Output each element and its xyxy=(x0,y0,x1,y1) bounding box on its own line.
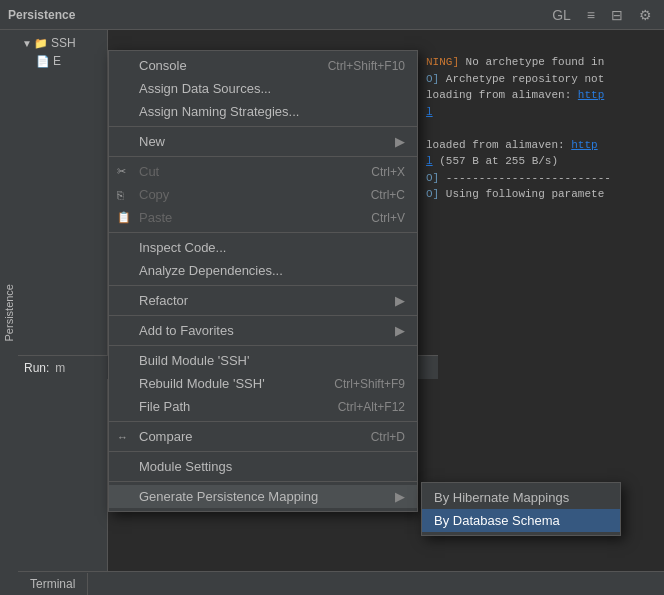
sep-5 xyxy=(109,315,417,316)
top-bar-icons: GL ≡ ⊟ ⚙ xyxy=(548,5,656,25)
sep-6 xyxy=(109,345,417,346)
from-label: from xyxy=(479,89,505,101)
console-line-5 xyxy=(426,120,658,137)
console-output: NING] No archetype found in O] Archetype… xyxy=(426,54,658,203)
menu-label-favorites: Add to Favorites xyxy=(139,323,387,338)
menu-item-paste: 📋 Paste Ctrl+V xyxy=(109,206,417,229)
gl-icon[interactable]: GL xyxy=(548,5,575,25)
menu-item-rebuild[interactable]: Rebuild Module 'SSH' Ctrl+Shift+F9 xyxy=(109,372,417,395)
menu-arrow-gen-persistence: ▶ xyxy=(395,489,405,504)
top-bar: Persistence GL ≡ ⊟ ⚙ xyxy=(0,0,664,30)
menu-item-console[interactable]: Console Ctrl+Shift+F10 xyxy=(109,54,417,77)
submenu-item-hibernate[interactable]: By Hibernate Mappings xyxy=(422,486,620,509)
sep-7 xyxy=(109,421,417,422)
link-4[interactable]: l xyxy=(426,155,433,167)
gen-persistence-submenu: By Hibernate Mappings By Database Schema xyxy=(421,482,621,536)
collapse-icon[interactable]: ⊟ xyxy=(607,5,627,25)
menu-label-paste: Paste xyxy=(139,210,351,225)
menu-label-copy: Copy xyxy=(139,187,351,202)
menu-item-gen-persistence[interactable]: Generate Persistence Mapping ▶ By Hibern… xyxy=(109,485,417,508)
paste-icon: 📋 xyxy=(117,211,131,224)
run-content: m xyxy=(55,361,65,375)
menu-shortcut-console: Ctrl+Shift+F10 xyxy=(328,59,405,73)
console-line-3: loading from alimaven: http xyxy=(426,87,658,104)
panel-title: Persistence xyxy=(8,8,75,22)
submenu-item-db-schema[interactable]: By Database Schema xyxy=(422,509,620,532)
sep-1 xyxy=(109,126,417,127)
link-3[interactable]: http xyxy=(571,139,597,151)
menu-shortcut-copy: Ctrl+C xyxy=(371,188,405,202)
menu-item-compare[interactable]: ↔ Compare Ctrl+D xyxy=(109,425,417,448)
menu-item-new[interactable]: New ▶ xyxy=(109,130,417,153)
console-line-7: l (557 B at 255 B/s) xyxy=(426,153,658,170)
link-1[interactable]: http xyxy=(578,89,604,101)
menu-item-copy: ⎘ Copy Ctrl+C xyxy=(109,183,417,206)
console-line-9: O] Using following paramete xyxy=(426,186,658,203)
menu-label-refactor: Refactor xyxy=(139,293,387,308)
console-line-1: NING] No archetype found in xyxy=(426,54,658,71)
menu-item-analyze[interactable]: Analyze Dependencies... xyxy=(109,259,417,282)
menu-shortcut-paste: Ctrl+V xyxy=(371,211,405,225)
menu-arrow-refactor: ▶ xyxy=(395,293,405,308)
file-icon-e: 📄 xyxy=(36,55,50,68)
menu-item-assign-data[interactable]: Assign Data Sources... xyxy=(109,77,417,100)
menu-label-build: Build Module 'SSH' xyxy=(139,353,405,368)
menu-label-inspect: Inspect Code... xyxy=(139,240,405,255)
menu-label-assign-data: Assign Data Sources... xyxy=(139,81,405,96)
menu-shortcut-filepath: Ctrl+Alt+F12 xyxy=(338,400,405,414)
link-2[interactable]: l xyxy=(426,106,433,118)
menu-shortcut-compare: Ctrl+D xyxy=(371,430,405,444)
console-line-6: loaded from alimaven: http xyxy=(426,137,658,154)
menu-item-assign-naming[interactable]: Assign Naming Strategies... xyxy=(109,100,417,123)
submenu-label-db-schema: By Database Schema xyxy=(434,513,560,528)
sep-9 xyxy=(109,481,417,482)
bottom-tabs: Terminal xyxy=(18,571,664,595)
menu-label-filepath: File Path xyxy=(139,399,318,414)
tab-terminal[interactable]: Terminal xyxy=(18,573,88,595)
tree-item-ssh[interactable]: ▼ 📁 SSH xyxy=(18,34,107,52)
menu-item-refactor[interactable]: Refactor ▶ xyxy=(109,289,417,312)
menu-label-analyze: Analyze Dependencies... xyxy=(139,263,405,278)
submenu-label-hibernate: By Hibernate Mappings xyxy=(434,490,569,505)
compare-icon: ↔ xyxy=(117,431,128,443)
menu-arrow-new: ▶ xyxy=(395,134,405,149)
sidebar-left: Persistence xyxy=(0,30,18,595)
sep-2 xyxy=(109,156,417,157)
menu-label-gen-persistence: Generate Persistence Mapping xyxy=(139,489,387,504)
menu-item-cut: ✂ Cut Ctrl+X xyxy=(109,160,417,183)
tab-terminal-label: Terminal xyxy=(30,577,75,591)
run-label: Run: xyxy=(24,361,49,375)
tree-panel: ▼ 📁 SSH 📄 E xyxy=(18,30,108,595)
menu-item-filepath[interactable]: File Path Ctrl+Alt+F12 xyxy=(109,395,417,418)
menu-label-compare: Compare xyxy=(139,429,351,444)
menu-label-assign-naming: Assign Naming Strategies... xyxy=(139,104,405,119)
menu-shortcut-rebuild: Ctrl+Shift+F9 xyxy=(334,377,405,391)
sep-4 xyxy=(109,285,417,286)
menu-arrow-favorites: ▶ xyxy=(395,323,405,338)
tree-label-ssh: SSH xyxy=(51,36,76,50)
menu-label-cut: Cut xyxy=(139,164,351,179)
console-line-8: O] ------------------------- xyxy=(426,170,658,187)
sep-8 xyxy=(109,451,417,452)
sep-3 xyxy=(109,232,417,233)
folder-icon-ssh: 📁 xyxy=(34,37,48,50)
sidebar-label: Persistence xyxy=(3,284,15,341)
gear-icon[interactable]: ⚙ xyxy=(635,5,656,25)
copy-icon: ⎘ xyxy=(117,189,124,201)
menu-item-build[interactable]: Build Module 'SSH' xyxy=(109,349,417,372)
menu-label-console: Console xyxy=(139,58,308,73)
tree-arrow-ssh: ▼ xyxy=(22,38,32,49)
menu-label-rebuild: Rebuild Module 'SSH' xyxy=(139,376,314,391)
menu-label-new: New xyxy=(139,134,387,149)
menu-shortcut-cut: Ctrl+X xyxy=(371,165,405,179)
menu-label-module-settings: Module Settings xyxy=(139,459,405,474)
console-line-4: l xyxy=(426,104,658,121)
menu-item-module-settings[interactable]: Module Settings xyxy=(109,455,417,478)
context-menu: Console Ctrl+Shift+F10 Assign Data Sourc… xyxy=(108,50,418,512)
cut-icon: ✂ xyxy=(117,165,126,178)
tree-label-e: E xyxy=(53,54,61,68)
layout-icon[interactable]: ≡ xyxy=(583,5,599,25)
tree-item-e[interactable]: 📄 E xyxy=(18,52,107,70)
menu-item-inspect[interactable]: Inspect Code... xyxy=(109,236,417,259)
menu-item-favorites[interactable]: Add to Favorites ▶ xyxy=(109,319,417,342)
